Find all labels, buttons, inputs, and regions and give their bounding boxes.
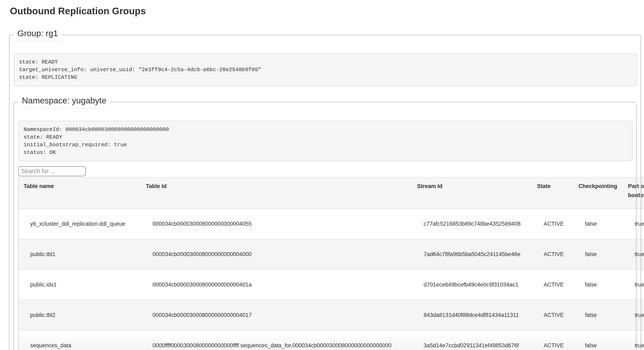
column-header-table-name: Table name	[18, 177, 141, 209]
cell-checkpointing: false	[574, 330, 623, 350]
table-header: Table name Table Id Stream Id State Chec…	[18, 177, 644, 209]
column-header-stream-id: Stream Id	[412, 177, 532, 209]
cell-state: ACTIVE	[532, 330, 574, 350]
search-input[interactable]	[18, 166, 86, 176]
cell-table-id: 000034cb00003000800000000000401a	[141, 270, 412, 300]
table-row: yb_xcluster_ddl_replication.ddl_queue 00…	[18, 209, 644, 239]
cell-checkpointing: false	[574, 239, 623, 270]
cell-stream-id: c77afc5216853b89c748be4352589408	[412, 209, 532, 239]
cell-state: ACTIVE	[532, 270, 574, 300]
table-row: public.tbl1 000034cb00003000800000000000…	[18, 239, 644, 270]
cell-table-id: 0000ffff00003000800000000000ffff.sequenc…	[141, 330, 412, 350]
cell-table-name: yb_xcluster_ddl_replication.ddl_queue	[18, 209, 141, 239]
table-row: public.idx1 000034cb00003000800000000000…	[18, 270, 644, 300]
namespace-legend: Namespace: yugabyte	[18, 96, 110, 109]
namespace-section: Namespace: yugabyte NamespaceId: 000034c…	[14, 96, 636, 350]
cell-table-id: 000034cb000030008000000000004017	[141, 300, 412, 330]
column-header-checkpointing: Checkpointing	[574, 177, 623, 209]
cell-stream-id: 3a5d14e7ccbd02911341ef49853d676f	[412, 330, 532, 350]
table-row: sequences_data 0000ffff00003000800000000…	[18, 330, 644, 350]
table-header-row: Table name Table Id Stream Id State Chec…	[18, 177, 644, 209]
table-row: public.tbl2 000034cb00003000800000000000…	[18, 300, 644, 330]
cell-state: ACTIVE	[532, 239, 574, 270]
group-fieldset-right-border-line	[641, 35, 641, 350]
column-header-state: State	[532, 177, 574, 209]
page-title: Outbound Replication Groups	[10, 5, 644, 16]
column-header-table-id: Table Id	[141, 177, 412, 209]
replication-group-section: Group: rg1 state: READY target_universe_…	[9, 28, 641, 350]
cell-table-name: sequences_data	[18, 330, 141, 350]
cell-stream-id: d701ece649bcefb49c4e0c9f31034ac1	[412, 270, 532, 300]
table-body: yb_xcluster_ddl_replication.ddl_queue 00…	[18, 209, 644, 350]
cell-checkpointing: false	[574, 209, 623, 239]
cell-table-id: 000034cb000030008000000000004055	[141, 209, 412, 239]
cell-table-name: public.tbl1	[18, 239, 141, 270]
namespace-info-block: NamespaceId: 000034cb0000300080000000000…	[18, 121, 632, 161]
group-legend: Group: rg1	[14, 28, 62, 41]
cell-state: ACTIVE	[532, 209, 574, 239]
cell-state: ACTIVE	[532, 300, 574, 330]
cell-checkpointing: false	[574, 270, 623, 300]
cell-stream-id: 843da8131d40f88dce4df81434a11311	[412, 300, 532, 330]
namespace-fieldset-right-border-line	[636, 104, 636, 350]
tables-table: Table name Table Id Stream Id State Chec…	[18, 177, 644, 350]
cell-stream-id: 7ad64c78fa96b5ba5045c241145be46e	[412, 239, 532, 270]
cell-checkpointing: false	[574, 300, 623, 330]
group-info-block: state: READY target_universe_info: unive…	[14, 53, 637, 86]
cell-table-name: public.tbl2	[18, 300, 141, 330]
cell-table-name: public.idx1	[18, 270, 141, 300]
cell-table-id: 000034cb000030008000000000004000	[141, 239, 412, 270]
